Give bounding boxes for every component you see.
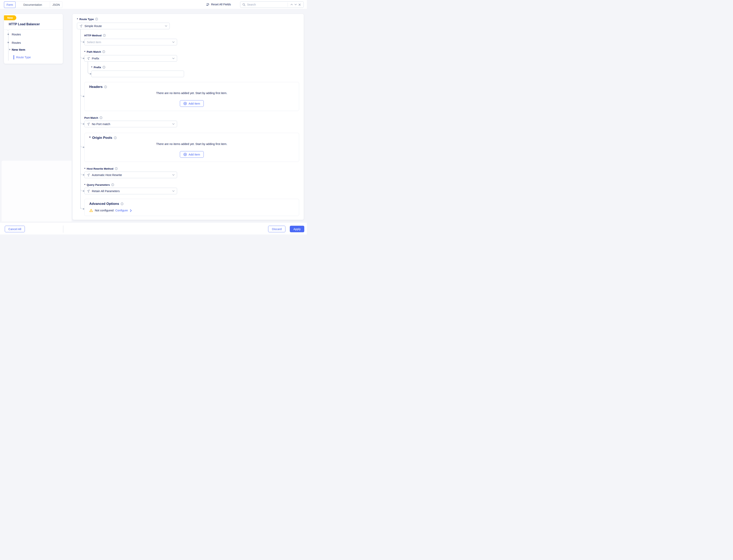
search-close-icon[interactable] <box>298 3 302 7</box>
origin-pools-group: * Origin Pools There are no items added … <box>84 133 299 162</box>
new-badge-label: New <box>7 16 13 19</box>
sidebar-title: HTTP Load Balancer <box>9 22 40 26</box>
form-panel: * Route Type Simple Route HTTP Method Se… <box>73 14 304 220</box>
plus-circle-icon <box>183 102 187 105</box>
tree-connector-dot <box>83 96 84 97</box>
tab-documentation[interactable]: Documentation <box>15 1 50 8</box>
search-box <box>240 1 304 8</box>
configure-link[interactable]: Configure <box>115 209 128 212</box>
info-icon[interactable] <box>104 86 107 88</box>
add-item-label: Add Item <box>189 153 200 156</box>
route-type-select[interactable]: Simple Route <box>77 23 170 29</box>
reset-all-fields-button[interactable]: Reset All Fields <box>206 3 231 6</box>
search-divider <box>288 3 288 7</box>
chevron-down-icon <box>172 123 175 125</box>
advanced-options-title-row: Advanced Options <box>89 202 123 206</box>
info-icon[interactable] <box>100 116 102 119</box>
headers-add-item-button[interactable]: Add Item <box>180 100 204 107</box>
host-rewrite-label-row: * Host Rewrite Method <box>84 167 118 170</box>
tree-connector-dot <box>83 147 84 148</box>
info-icon[interactable] <box>102 50 105 53</box>
port-match-label: Port Match <box>84 116 98 119</box>
chevron-down-icon <box>172 190 175 192</box>
http-method-select[interactable]: Select item <box>84 39 177 45</box>
tree-bullet-icon <box>8 34 9 35</box>
path-match-select[interactable]: Prefix <box>84 55 177 62</box>
discard-button[interactable]: Discard <box>268 226 286 232</box>
action-bar-divider <box>63 226 63 233</box>
tree-connector <box>80 121 83 124</box>
search-icon <box>242 3 246 6</box>
tree-connector <box>80 188 83 191</box>
info-icon[interactable] <box>103 66 105 69</box>
reset-all-fields-label: Reset All Fields <box>211 3 231 6</box>
route-icon <box>87 123 90 125</box>
selected-item-bar <box>14 55 14 59</box>
required-marker: * <box>84 50 85 53</box>
path-match-label-row: * Path Match <box>84 50 105 53</box>
route-type-label-row: * Route Type <box>77 17 98 21</box>
search-next-icon[interactable] <box>294 3 298 7</box>
tree-connector-dot <box>83 41 84 43</box>
top-toolbar: Form Documentation JSON Reset All Fields <box>0 0 307 9</box>
search-prev-icon[interactable] <box>290 3 294 7</box>
cancel-all-button[interactable]: Cancel All <box>5 226 25 232</box>
prefix-label-row: * Prefix <box>91 65 105 69</box>
sidebar-item-new-item[interactable]: New Item <box>12 48 25 52</box>
headers-group: Headers There are no items added yet. St… <box>84 82 299 111</box>
tree-connector-dot <box>83 58 84 59</box>
advanced-options-status-row: Not configured Configure <box>89 209 132 212</box>
tree-connector-dot <box>83 208 84 210</box>
sidebar-collapse-notch[interactable] <box>7 28 9 31</box>
host-rewrite-select[interactable]: Automatic Host Rewrite <box>84 172 177 178</box>
tree-connector <box>80 144 83 147</box>
sidebar-item-routes-2[interactable]: Routes <box>12 41 21 44</box>
new-badge: New <box>4 15 16 20</box>
advanced-options-status: Not configured <box>95 209 114 212</box>
origin-pools-title: Origin Pools <box>92 136 112 140</box>
http-method-label: HTTP Method <box>84 34 102 37</box>
apply-button[interactable]: Apply <box>290 226 304 232</box>
route-type-value: Simple Route <box>85 24 102 28</box>
info-icon[interactable] <box>95 18 98 20</box>
sidebar-item-route-type[interactable]: Route Type <box>16 56 31 59</box>
tab-documentation-label: Documentation <box>23 3 42 6</box>
info-icon[interactable] <box>121 202 123 205</box>
prefix-input[interactable] <box>91 71 184 77</box>
info-icon[interactable] <box>114 136 117 139</box>
query-parameters-select[interactable]: Retain All Parameters <box>84 188 177 194</box>
tree-connector-dot <box>83 174 84 176</box>
info-icon[interactable] <box>111 183 114 186</box>
tree-connector <box>80 206 83 209</box>
required-marker: * <box>77 18 78 21</box>
empty-left-panel <box>2 161 72 222</box>
tab-json-label: JSON <box>52 3 60 6</box>
tree-connector <box>80 172 83 175</box>
path-match-value: Prefix <box>92 57 99 60</box>
chevron-down-icon <box>172 174 175 176</box>
route-icon <box>87 57 90 60</box>
required-marker: * <box>89 136 91 140</box>
origin-pools-add-item-button[interactable]: Add Item <box>180 151 204 158</box>
tab-form[interactable]: Form <box>4 1 16 8</box>
origin-pools-title-row: * Origin Pools <box>89 136 117 140</box>
tree-connector <box>80 39 83 42</box>
app-window: Form Documentation JSON Reset All Fields… <box>0 0 307 234</box>
tab-json[interactable]: JSON <box>50 1 62 8</box>
prefix-label: Prefix <box>94 66 101 69</box>
add-item-label: Add Item <box>189 102 200 105</box>
search-input[interactable] <box>247 3 287 6</box>
sidebar-divider <box>4 29 63 30</box>
info-icon[interactable] <box>115 167 118 170</box>
info-icon[interactable] <box>103 34 106 37</box>
port-match-label-row: Port Match <box>84 116 102 120</box>
chevron-right-icon[interactable] <box>130 209 132 212</box>
port-match-select[interactable]: No Port match <box>84 121 177 127</box>
chevron-down-icon <box>172 41 175 43</box>
host-rewrite-label: Host Rewrite Method <box>87 167 113 170</box>
tree-connector-dot <box>83 190 84 192</box>
sidebar-item-routes-1[interactable]: Routes <box>12 33 21 36</box>
advanced-options-title: Advanced Options <box>89 202 119 206</box>
advanced-options-group: Advanced Options Not configured Configur… <box>84 199 299 216</box>
port-match-value: No Port match <box>92 123 110 126</box>
